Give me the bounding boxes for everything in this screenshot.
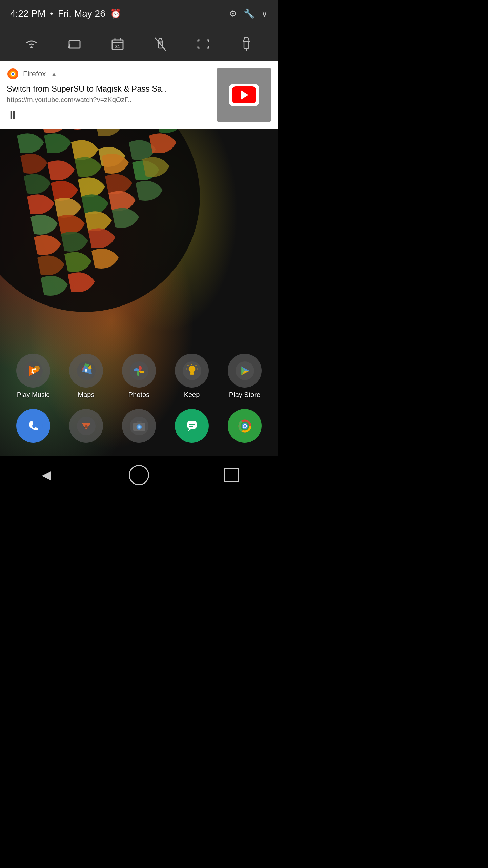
play-store-icon — [228, 354, 262, 388]
cast-toggle[interactable] — [64, 34, 85, 54]
svg-rect-10 — [244, 42, 249, 48]
chrome-icon — [228, 409, 262, 443]
back-button[interactable]: ◀ — [35, 463, 58, 487]
svg-rect-47 — [137, 421, 142, 423]
firefox-icon — [7, 68, 19, 80]
svg-point-38 — [24, 417, 43, 435]
svg-rect-51 — [189, 426, 193, 427]
svg-rect-1 — [69, 41, 80, 48]
screen-capture-toggle[interactable] — [193, 34, 214, 54]
play-store-label: Play Store — [229, 391, 260, 399]
status-right: ⚙ 🔧 ∨ — [229, 8, 268, 19]
app-row-dock — [0, 409, 278, 443]
app-item-play-store[interactable]: Play Store — [223, 354, 267, 399]
camera-icon — [122, 409, 156, 443]
phone-icon — [16, 409, 50, 443]
notification-thumbnail[interactable] — [217, 68, 271, 122]
maps-icon — [69, 354, 103, 388]
photos-label: Photos — [128, 391, 149, 399]
settings-icon[interactable]: ⚙ — [229, 8, 237, 19]
svg-rect-30 — [190, 374, 194, 375]
flashlight-toggle[interactable] — [150, 34, 170, 54]
svg-point-15 — [12, 73, 14, 75]
keep-icon — [175, 354, 209, 388]
status-left: 4:22 PM • Fri, May 26 ⏰ — [10, 8, 121, 19]
youtube-inner — [232, 86, 256, 103]
play-music-label: Play Music — [17, 391, 50, 399]
photos-icon — [122, 354, 156, 388]
svg-point-58 — [243, 425, 246, 427]
app-item-camera[interactable] — [117, 409, 161, 443]
notification-app-name: Firefox — [23, 70, 46, 78]
youtube-play-triangle — [241, 90, 248, 100]
svg-point-28 — [188, 366, 195, 372]
cyanogen-icon — [69, 409, 103, 443]
youtube-icon — [229, 84, 259, 106]
recents-button[interactable] — [220, 463, 243, 487]
status-dot: • — [50, 9, 53, 18]
app-item-maps[interactable]: Maps — [64, 354, 108, 399]
notification-content: Firefox ▲ Switch from SuperSU to Magisk … — [7, 68, 217, 122]
alarm-icon: ⏰ — [110, 8, 121, 19]
svg-text:81: 81 — [115, 44, 120, 49]
svg-point-2 — [68, 46, 70, 48]
quick-settings-panel: 81 — [0, 27, 278, 61]
svg-point-46 — [138, 426, 140, 428]
recents-button-square — [224, 468, 239, 482]
notification-card[interactable]: Firefox ▲ Switch from SuperSU to Magisk … — [0, 61, 278, 129]
svg-rect-29 — [190, 372, 194, 374]
app-item-play-music[interactable]: Play Music — [11, 354, 55, 399]
chevron-down-icon[interactable]: ∨ — [261, 8, 268, 19]
torch-toggle[interactable] — [236, 34, 257, 54]
status-time: 4:22 PM — [10, 8, 45, 19]
hangouts-icon — [175, 409, 209, 443]
wrench-icon: 🔧 — [244, 8, 255, 19]
svg-line-33 — [188, 365, 188, 366]
notification-header: Firefox ▲ — [7, 68, 210, 80]
keep-label: Keep — [184, 391, 200, 399]
app-item-phone[interactable] — [11, 409, 55, 443]
app-item-chrome[interactable] — [223, 409, 267, 443]
home-screen: Play Music Maps — [0, 354, 278, 453]
notification-url: https://m.youtube.com/watch?v=zKqOzF.. — [7, 96, 210, 104]
svg-point-23 — [32, 372, 34, 374]
app-row-1: Play Music Maps — [0, 354, 278, 399]
app-item-cyanogen[interactable] — [64, 409, 108, 443]
notification-expand-icon[interactable]: ▲ — [51, 71, 57, 77]
wifi-toggle[interactable] — [21, 34, 42, 54]
app-item-photos[interactable]: Photos — [117, 354, 161, 399]
calendar-icon[interactable]: 81 — [107, 34, 128, 54]
home-button-circle — [129, 465, 149, 485]
status-date: Fri, May 26 — [58, 8, 105, 19]
notification-title: Switch from SuperSU to Magisk & Pass Sa.… — [7, 83, 210, 94]
navigation-bar: ◀ — [0, 456, 278, 494]
svg-line-32 — [196, 365, 196, 366]
app-item-keep[interactable]: Keep — [170, 354, 214, 399]
notification-pause-button[interactable]: ⏸ — [7, 108, 210, 122]
svg-point-0 — [30, 46, 33, 48]
home-button[interactable] — [127, 463, 151, 487]
svg-point-25 — [85, 369, 87, 372]
play-music-icon — [16, 354, 50, 388]
svg-rect-50 — [189, 424, 195, 425]
maps-label: Maps — [78, 391, 95, 399]
app-item-hangouts[interactable] — [170, 409, 214, 443]
status-bar: 4:22 PM • Fri, May 26 ⏰ ⚙ 🔧 ∨ — [0, 0, 278, 27]
